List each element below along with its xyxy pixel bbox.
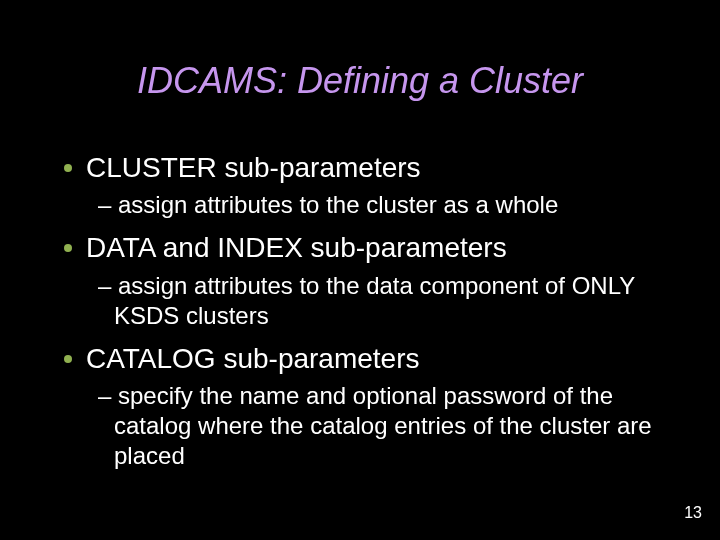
- sub-bullet-item: – specify the name and optional password…: [98, 381, 664, 471]
- slide-body: CLUSTER sub-parameters – assign attribut…: [64, 150, 664, 481]
- sub-bullet-text: specify the name and optional password o…: [114, 382, 652, 469]
- dash-icon: –: [98, 191, 118, 218]
- bullet-item: CLUSTER sub-parameters – assign attribut…: [64, 150, 664, 220]
- slide-title: IDCAMS: Defining a Cluster: [0, 60, 720, 102]
- sub-bullet-item: – assign attributes to the cluster as a …: [98, 190, 664, 220]
- sub-bullet-text: assign attributes to the cluster as a wh…: [118, 191, 558, 218]
- bullet-icon: [64, 164, 72, 172]
- bullet-item: DATA and INDEX sub-parameters – assign a…: [64, 230, 664, 330]
- bullet-text: CATALOG sub-parameters: [86, 341, 664, 377]
- dash-icon: –: [98, 382, 118, 409]
- bullet-text: DATA and INDEX sub-parameters: [86, 230, 664, 266]
- sub-bullet-text: assign attributes to the data component …: [114, 272, 635, 329]
- sub-bullet-item: – assign attributes to the data componen…: [98, 271, 664, 331]
- page-number: 13: [684, 504, 702, 522]
- dash-icon: –: [98, 272, 118, 299]
- bullet-icon: [64, 355, 72, 363]
- bullet-icon: [64, 244, 72, 252]
- bullet-text: CLUSTER sub-parameters: [86, 150, 664, 186]
- bullet-item: CATALOG sub-parameters – specify the nam…: [64, 341, 664, 471]
- slide: IDCAMS: Defining a Cluster CLUSTER sub-p…: [0, 0, 720, 540]
